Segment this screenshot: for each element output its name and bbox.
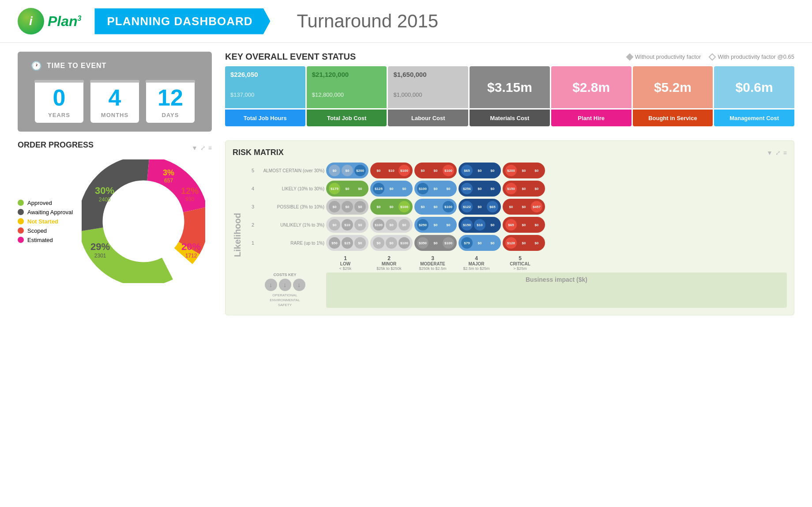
label-estimated: Estimated [27,237,53,243]
logo-name: Plan3 [48,13,81,30]
legend-approved: Approved [18,200,73,206]
status-col-materials-cost: $3.15m [470,66,550,108]
mgmt-big-val: $0.6m [736,80,773,95]
order-progress-panel: ORDER PROGRESS ▼ ⤢ ≡ Approved Awaiting A… [18,140,212,315]
costs-key-sub: OPERATIONALENVIRONMENTALSAFETY [245,293,324,308]
filter-icon[interactable]: ▼ [767,149,773,156]
main-content: 🕐 TIME TO EVENT 0 YEARS 4 MONTHS 12 DAY [0,43,812,324]
rm-cell-2-4: $150 $10 $0 [459,217,501,233]
label-ph: Plant Hire [578,115,605,121]
rm-controls[interactable]: ▼ ⤢ ≡ [767,149,787,156]
label-bought-in-service: Bought in Service [633,110,713,126]
rm-cell-2-2: $100 $0 $0 [370,217,413,233]
rm-row-4: 4 LIKELY (10% to 30%) $175 $0 $0 $125 $0… [245,181,787,197]
bis-big-val: $5.2m [654,80,692,95]
costs-key-label: COSTS KEY [245,272,324,277]
rm-cell-1-5: $128 $0 $0 [503,235,545,251]
rm-col-labels-row: 1 LOW < $25k 2 MINOR $25k to $250k 3 MOD… [324,255,787,271]
status-col-total-job-hours: $226,050 $137,000 [225,66,305,108]
status-col-management-cost: $0.6m [714,66,794,108]
rm-col-label-3: 3 MODERATE $250k to $2.5m [412,255,454,271]
label-tjc: Total Job Cost [327,115,366,121]
rm-cell-3-1: $0 $0 $0 [326,199,368,215]
cost-pill-2: ↓ [279,279,291,291]
top-row: 🕐 TIME TO EVENT 0 YEARS 4 MONTHS 12 DAY [18,52,794,132]
tte-days-label: DAYS [146,112,195,118]
tte-card-bar [34,80,84,83]
tjc-top-val: $21,120,000 [312,71,382,78]
dot-approved [18,200,24,206]
dot-estimated [18,237,24,243]
rm-col-label-2: 2 MINOR $25k to $250k [368,255,410,271]
tjh-top-val: $226,050 [230,71,300,78]
rm-x-axis-label: Business impact ($k) [326,272,787,308]
legend-scoped: Scoped [18,227,73,234]
label-management-cost: Management Cost [714,110,794,126]
rm-cell-5-2: $0 $10 $100 [370,163,413,178]
rm-cell-3-4: $122 $0 $65 [459,199,501,215]
tte-years-value: 0 [35,86,83,109]
legend-estimated: Estimated [18,237,73,243]
rm-col-label-5: 5 CRITICAL > $25m [499,255,541,271]
label-materials-cost: Materials Cost [470,110,550,126]
tte-years-label: YEARS [35,112,83,118]
status-col-total-job-cost: $21,120,000 $12,800,000 [307,66,387,108]
filter-icon[interactable]: ▼ [192,144,198,151]
logo-circle: i [18,8,44,34]
cost-pill-1: ↓ [265,279,277,291]
key-status-header: KEY OVERALL EVENT STATUS Without product… [225,52,794,62]
donut-center [106,184,181,259]
rm-bottom-row: COSTS KEY ↓ ↓ ↓ [245,272,787,308]
tte-months-card: 4 MONTHS [90,80,139,123]
label-mgmt: Management Cost [729,115,779,121]
rm-cell-3-2: $0 $0 $100 [370,199,413,215]
key-status-title: KEY OVERALL EVENT STATUS [225,52,356,62]
rm-cell-5-3: $0 $0 $100 [414,163,457,178]
rm-cell-4-3: $100 $0 $0 [414,181,457,197]
rm-cell-4-5: $150 $0 $0 [503,181,545,197]
tte-months-label: MONTHS [90,112,139,118]
tte-header: 🕐 TIME TO EVENT [31,61,199,71]
dot-scoped [18,227,24,234]
op-controls[interactable]: ▼ ⤢ ≡ [192,144,212,151]
rm-cell-4-4: $256 $0 $0 [459,181,501,197]
risk-matrix-panel: RISK MATRIX ▼ ⤢ ≡ Likelihood 5 ALMOST CE… [225,140,794,315]
dashboard-title-badge: PLANNING DASHBOARD [94,8,270,34]
op-legend: Approved Awaiting Approval Not Started S… [18,200,73,243]
rm-cell-5-4: $65 $0 $0 [459,163,501,178]
dot-not-started [18,218,24,224]
key-status-legend: Without productivity factor With product… [627,53,794,60]
order-progress-title: ORDER PROGRESS [18,140,94,150]
menu-icon[interactable]: ≡ [208,144,212,151]
logo-icon-text: i [29,14,33,28]
rm-cell-2-5: $65 $0 $0 [503,217,545,233]
rm-cell-2-3: $250 $0 $0 [414,217,457,233]
donut-label-approved: 30% 2400 [95,185,114,203]
menu-icon[interactable]: ≡ [783,149,787,156]
legend-not-started: Not Started [18,218,73,225]
rm-label-5: ALMOST CERTAIN (over 30%) [256,168,324,173]
key-status-panel: KEY OVERALL EVENT STATUS Without product… [225,52,794,132]
tte-card-bar [90,80,139,83]
donut-label-awaiting: 29% 2301 [90,241,110,259]
rm-cell-1-2: $0 $0 $100 [370,235,413,251]
legend-with-label: With productivity factor @0.65 [718,53,794,60]
status-grid: $226,050 $137,000 $21,120,000 $12,800,00… [225,66,794,126]
legend-awaiting: Awaiting Approval [18,209,73,216]
time-to-event-panel: 🕐 TIME TO EVENT 0 YEARS 4 MONTHS 12 DAY [18,52,212,132]
donut-svg [82,159,205,283]
label-total-job-hours: Total Job Hours [225,110,305,126]
tjh-bottom-val: $137,000 [230,91,300,98]
rm-label-1: RARE (up to 1%) [256,241,324,246]
label-awaiting: Awaiting Approval [27,209,73,216]
rm-cell-2-1: $0 $10 $0 [326,217,368,233]
rm-title: RISK MATRIX [233,148,284,157]
mc-big-val: $3.15m [487,80,532,95]
rm-cell-5-5: $200 $0 $0 [503,163,545,178]
expand-icon[interactable]: ⤢ [200,144,206,151]
donut-label-scoped: 12% 930 [181,186,199,202]
expand-icon[interactable]: ⤢ [775,149,781,156]
logo: i Plan3 [18,8,81,34]
cost-pill-3: ↓ [293,279,305,291]
label-tjh: Total Job Hours [244,115,287,121]
